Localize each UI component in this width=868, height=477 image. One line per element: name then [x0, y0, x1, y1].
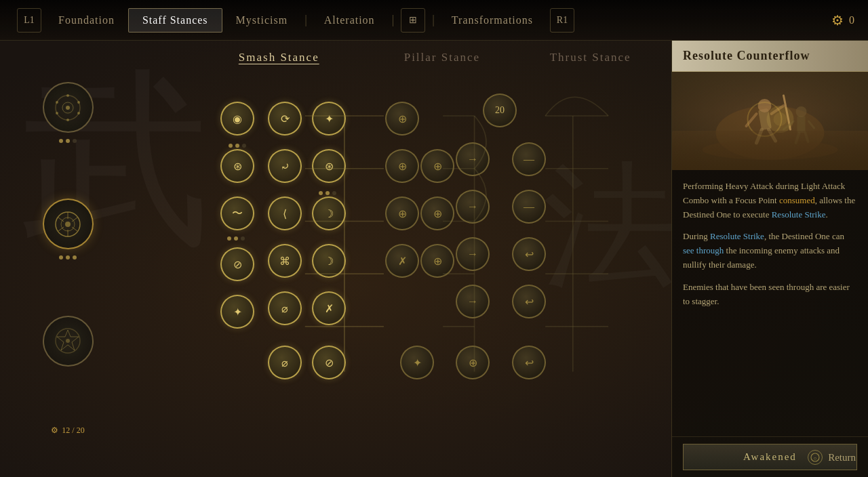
pillar-node-2[interactable]: ⊕: [385, 149, 419, 183]
svg-point-7: [56, 112, 58, 115]
foundation-label: Foundation: [58, 14, 115, 26]
detail-panel: Resolute Counterflow: [671, 41, 868, 477]
svg-point-4: [77, 101, 80, 104]
node-dots-3: [227, 236, 245, 241]
detail-text-1: Performing Heavy Attack during Light Att…: [683, 180, 857, 222]
level-dots-1: [59, 139, 77, 143]
sep-2: |: [389, 13, 398, 27]
pillar-node-4[interactable]: ✗: [385, 244, 419, 278]
sep-3: |: [429, 13, 438, 27]
thrust-node-4[interactable]: →: [456, 285, 490, 318]
thrust-node-4b[interactable]: ↩: [512, 285, 546, 318]
skill-node-extra-1[interactable]: ◉: [220, 102, 254, 136]
smash-dots-3: [319, 191, 336, 195]
nav-alteration[interactable]: Alteration: [311, 9, 389, 32]
skill-node-extra-5[interactable]: ✦: [220, 295, 254, 329]
thrust-node-2b[interactable]: —: [512, 190, 546, 224]
smash-node-4[interactable]: ⌘: [268, 244, 302, 278]
thrust-stance-label: Thrust Stance: [550, 51, 631, 64]
svg-point-66: [774, 112, 787, 126]
pillar-node-3[interactable]: ⊕: [385, 196, 419, 230]
detail-text-3: Enemies that have been seen through are …: [683, 281, 857, 309]
detail-header: Resolute Counterflow: [672, 41, 868, 72]
skill-node-extra-3[interactable]: 〜: [220, 196, 254, 230]
detail-title: Resolute Counterflow: [683, 49, 810, 62]
center-icon: ⊞: [409, 14, 417, 26]
thrust-node-2[interactable]: →: [456, 190, 490, 224]
thrust-node-1b[interactable]: —: [512, 142, 546, 176]
game-scene: [672, 72, 868, 170]
dot-1: [59, 139, 63, 143]
mysticism-label: Mysticism: [236, 14, 288, 26]
nav-staff-stances[interactable]: Staff Stances: [128, 8, 222, 33]
highlight-resolute-2: Resolute Strike: [710, 231, 764, 241]
thrust-bottom[interactable]: ⊕: [456, 346, 490, 379]
smash-bottom[interactable]: ⌀: [268, 346, 302, 379]
svg-point-8: [56, 101, 58, 104]
pillar-node-4b[interactable]: ⊕: [420, 244, 454, 278]
l1-icon: L1: [24, 15, 35, 26]
smash-node-1[interactable]: ⟳: [268, 102, 302, 136]
detail-text-2: During Resolute Strike, the Destined One…: [683, 230, 857, 272]
nav-left-btn[interactable]: L1: [17, 8, 41, 33]
thrust-node-1[interactable]: →: [456, 142, 490, 176]
svg-point-20: [66, 339, 70, 343]
char-circle-3[interactable]: [43, 316, 94, 367]
svg-point-5: [77, 112, 80, 115]
smash-center-5[interactable]: ✗: [312, 291, 346, 325]
highlight-consumed: consumed: [779, 195, 815, 205]
svg-point-60: [796, 106, 807, 117]
svg-point-3: [66, 94, 69, 97]
svg-point-52: [758, 99, 772, 112]
pillar-node-1[interactable]: ⊕: [385, 102, 419, 136]
main-content: ⚙ 12 / 20 Smash Stance Pillar Stance Thr…: [0, 41, 868, 477]
currency-icon: ⚙: [831, 12, 844, 28]
svg-point-6: [66, 119, 69, 121]
nav-mysticism[interactable]: Mysticism: [222, 9, 302, 32]
thrust-number-node[interactable]: 20: [483, 94, 517, 127]
top-nav: L1 Foundation Staff Stances Mysticism | …: [0, 0, 868, 41]
currency-value: 0: [849, 14, 854, 26]
smash-center-bottom[interactable]: ⊘: [312, 346, 346, 379]
smash-center-1[interactable]: ✦: [312, 102, 346, 136]
nav-transformations[interactable]: Transformations: [438, 9, 547, 32]
smash-center-2[interactable]: ⊛: [312, 149, 346, 183]
scene-ground: [672, 131, 868, 170]
detail-body: Performing Heavy Attack during Light Att…: [672, 170, 868, 436]
left-panel: ⚙ 12 / 20: [0, 41, 136, 477]
point-icon: ⚙: [51, 426, 58, 436]
alteration-label: Alteration: [324, 14, 375, 26]
highlight-resolute-1: Resolute Strike: [772, 209, 826, 220]
thrust-bottom-b[interactable]: ↩: [512, 346, 546, 379]
char-circle-1[interactable]: [43, 82, 94, 133]
smash-node-3[interactable]: ⟨: [268, 196, 302, 230]
r1-icon: R1: [557, 15, 568, 26]
skill-node-extra-4[interactable]: ⊘: [220, 247, 254, 281]
char-circle-2[interactable]: [43, 199, 94, 249]
nav-right-btn[interactable]: R1: [550, 8, 574, 33]
dot-3: [73, 139, 77, 143]
smash-center-3[interactable]: ☽: [312, 196, 346, 230]
pillar-right-2[interactable]: ⊕: [420, 196, 454, 230]
sep-1: |: [301, 13, 311, 27]
point-counter: ⚙ 12 / 20: [51, 426, 84, 436]
smash-center-4[interactable]: ☽: [312, 244, 346, 278]
pillar-bottom[interactable]: ✦: [400, 346, 434, 379]
thrust-node-3[interactable]: →: [456, 237, 490, 271]
dot-6: [73, 255, 77, 260]
dot-5: [66, 255, 70, 260]
svg-point-11: [65, 222, 71, 227]
dot-2: [66, 139, 70, 143]
return-button[interactable]: ○ Return: [808, 450, 856, 465]
detail-image: [672, 72, 868, 170]
skill-node-extra-2[interactable]: ⊛: [220, 149, 254, 183]
nav-center-icon[interactable]: ⊞: [401, 8, 425, 33]
pillar-right-1[interactable]: ⊕: [420, 149, 454, 183]
return-label: Return: [828, 452, 856, 463]
smash-node-5[interactable]: ⌀: [268, 291, 302, 325]
extra-dots-2: [229, 144, 246, 148]
thrust-node-3b[interactable]: ↩: [512, 237, 546, 271]
staff-stances-label: Staff Stances: [142, 14, 208, 26]
smash-node-2[interactable]: ⤾: [268, 149, 302, 183]
nav-foundation[interactable]: Foundation: [45, 9, 128, 32]
